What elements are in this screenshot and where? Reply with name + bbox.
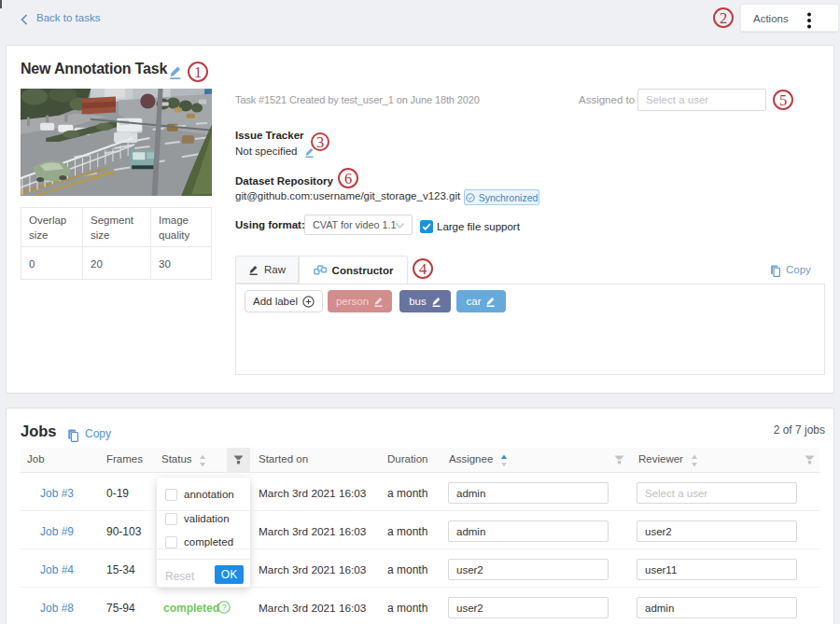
svg-text:?: ?: [221, 603, 226, 612]
